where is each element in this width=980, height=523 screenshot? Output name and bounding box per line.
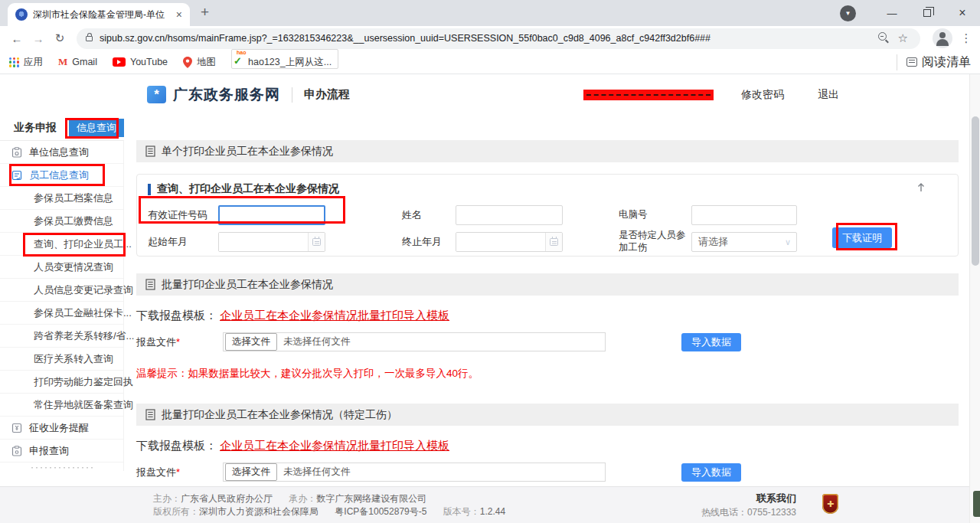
name-input[interactable]: [456, 205, 563, 225]
section-title: 单个打印企业员工在本企业参保情况: [162, 145, 333, 159]
version-number: 1.2.44: [480, 506, 505, 517]
tab-title: 深圳市社会保险基金管理局-单位: [33, 8, 171, 21]
browser-tab[interactable]: 深圳市社会保险基金管理局-单位 ×: [8, 3, 190, 26]
site-header: * 广东政务服务网 申办流程 修改密码 退出: [0, 74, 980, 115]
site-logo[interactable]: * 广东政务服务网: [147, 85, 280, 105]
profile-avatar[interactable]: [933, 28, 952, 48]
maps-pin-icon: [183, 57, 192, 68]
browser-menu-icon[interactable]: ⋮: [959, 31, 974, 45]
id-number-input[interactable]: [218, 205, 325, 225]
file-input-special[interactable]: 选择文件 未选择任何文件: [223, 463, 606, 482]
sidebar-menu: 单位信息查询 员工信息查询 参保员工档案信息 参保员工缴费信息 查询、打印企业员…: [0, 140, 124, 471]
file-input[interactable]: 选择文件 未选择任何文件: [223, 332, 606, 351]
new-tab-button[interactable]: +: [201, 4, 209, 21]
collapse-panel-icon[interactable]: [916, 182, 926, 192]
scrollbar-thumb[interactable]: [972, 116, 979, 266]
sidebar-item-pension-transfer[interactable]: 跨省养老关系转移/省...: [0, 325, 123, 348]
import-data-special-button[interactable]: 导入数据: [681, 463, 741, 482]
icp-number: 粤ICP备10052879号-5: [335, 506, 426, 517]
sidebar-item-clipped[interactable]: [0, 463, 123, 471]
browser-update-icon[interactable]: ▼: [840, 5, 856, 21]
end-month-label: 终止年月: [402, 236, 456, 248]
contact-us-link[interactable]: 联系我们: [701, 492, 796, 505]
sidebar-tab-business[interactable]: 业务申报: [14, 121, 57, 135]
special-injury-select[interactable]: 请选择 ∨: [691, 232, 797, 252]
lock-icon[interactable]: [86, 36, 93, 41]
sidebar-item-archive-info[interactable]: 参保员工档案信息: [0, 187, 123, 210]
reading-list-button[interactable]: 阅读清单: [897, 54, 971, 70]
sidebar-item-query-print-employee[interactable]: 查询、打印企业员工...: [0, 233, 123, 256]
choose-file-button[interactable]: 选择文件: [225, 463, 277, 481]
sidebar-item-finance-card[interactable]: 参保员工金融社保卡...: [0, 302, 123, 325]
logout-link[interactable]: 退出: [818, 88, 839, 102]
start-month-input[interactable]: [219, 233, 308, 251]
sidebar-item-labor-receipt[interactable]: 打印劳动能力鉴定回执: [0, 371, 123, 394]
end-calendar-button[interactable]: [545, 233, 562, 251]
bookmark-apps[interactable]: 应用: [9, 56, 43, 69]
clipboard-gear-icon: [11, 446, 22, 456]
calendar-icon: [312, 238, 321, 246]
choose-file-button[interactable]: 选择文件: [225, 333, 277, 351]
section-title: 批量打印企业员工在本企业参保情况（特定工伤）: [162, 408, 397, 422]
change-password-link[interactable]: 修改密码: [741, 88, 784, 102]
hao123-icon: ✓hao: [231, 57, 243, 67]
section-batch-special: 批量打印企业员工在本企业参保情况（特定工伤）: [136, 404, 959, 426]
address-bar[interactable]: sipub.sz.gov.cn/hsoms/mainFrame.jsp?_=16…: [77, 28, 920, 49]
youtube-icon: [113, 57, 126, 67]
bookmark-youtube[interactable]: YouTube: [113, 57, 168, 67]
restore-button[interactable]: [910, 0, 945, 26]
tab-close-icon[interactable]: ×: [176, 9, 182, 20]
bookmark-star-icon[interactable]: ☆: [898, 31, 908, 45]
section-batch-print: 批量打印企业员工在本企业参保情况: [136, 273, 959, 296]
window-controls: ▼ — ×: [840, 0, 980, 26]
bookmark-hao123[interactable]: ✓hao hao123_上网从这...: [231, 56, 332, 69]
sidebar-item-medical-transfer[interactable]: 医疗关系转入查询: [0, 348, 123, 371]
batch-template-link[interactable]: 企业员工在本企业参保情况批量打印导入模板: [220, 309, 449, 323]
forward-button[interactable]: →: [28, 32, 49, 45]
zoom-out-icon[interactable]: [878, 32, 890, 44]
gmail-icon: M: [58, 56, 67, 68]
batch-special-template-link[interactable]: 企业员工在本企业参保情况批量打印导入模板: [220, 439, 449, 453]
bookmarks-bar: 应用 M Gmail YouTube 地图 ✓hao hao123_上网从这..…: [0, 51, 980, 74]
footer-info: 主办：广东省人民政府办公厅 承办：数字广东网络建设有限公司 版权所有：深圳市人力…: [153, 492, 505, 518]
nav-apply-flow[interactable]: 申办流程: [304, 87, 350, 102]
page-scrollbar[interactable]: [969, 74, 980, 523]
download-cert-button[interactable]: 下载证明: [832, 227, 892, 248]
page-footer: 主办：广东省人民政府办公厅 承办：数字广东网络建设有限公司 版权所有：深圳市人力…: [0, 486, 980, 523]
sidebar-item-info-change-record[interactable]: 人员信息变更记录查询: [0, 279, 123, 302]
apps-grid-icon: [9, 57, 19, 67]
computer-no-label: 电脑号: [619, 209, 691, 221]
bookmark-maps[interactable]: 地图: [183, 56, 216, 69]
bookmark-gmail[interactable]: M Gmail: [58, 56, 97, 68]
sidebar-item-declare-query[interactable]: 申报查询: [0, 440, 123, 463]
sidebar-item-payment-info[interactable]: 参保员工缴费信息: [0, 210, 123, 233]
hotline-text: 热线电话：0755-12333: [701, 505, 796, 519]
sidebar-item-unit-info[interactable]: 单位信息查询: [0, 141, 123, 164]
name-label: 姓名: [402, 209, 456, 221]
sidebar-item-personnel-change[interactable]: 人员变更情况查询: [0, 256, 123, 279]
sidebar-item-remote-medical[interactable]: 常住异地就医备案查询: [0, 394, 123, 417]
minimize-button[interactable]: —: [874, 0, 910, 26]
import-data-button[interactable]: 导入数据: [681, 333, 741, 351]
start-month-label: 起始年月: [148, 236, 218, 248]
sidebar-item-employee-info[interactable]: 员工信息查询: [0, 164, 123, 187]
document-icon: [145, 279, 155, 290]
security-badge-icon[interactable]: ✚: [822, 494, 838, 514]
reload-button[interactable]: ↻: [49, 31, 70, 45]
site-logo-text: 广东政务服务网: [173, 85, 280, 105]
clipboard-icon: [11, 147, 22, 158]
back-button[interactable]: ←: [6, 32, 28, 45]
url-toolbar: ← → ↻ sipub.sz.gov.cn/hsoms/mainFrame.js…: [0, 26, 980, 51]
edge-floating-widget[interactable]: [973, 491, 980, 517]
restore-icon: [923, 9, 931, 17]
end-month-input[interactable]: [456, 233, 545, 251]
reading-list-icon: [906, 57, 917, 67]
sidebar-tab-info-query[interactable]: 信息查询: [69, 119, 124, 137]
batch-warning-text: 温馨提示：如果数据量比较大，建议分批次导入打印，一次最多导入40行。: [136, 367, 959, 381]
no-file-text: 未选择任何文件: [283, 335, 351, 348]
computer-no-input[interactable]: [691, 205, 797, 225]
sidebar-item-levy-reminder[interactable]: 征收业务提醒: [0, 417, 123, 440]
url-text[interactable]: sipub.sz.gov.cn/hsoms/mainFrame.jsp?_=16…: [100, 33, 874, 44]
start-calendar-button[interactable]: [308, 233, 325, 251]
close-window-button[interactable]: ×: [945, 0, 980, 26]
